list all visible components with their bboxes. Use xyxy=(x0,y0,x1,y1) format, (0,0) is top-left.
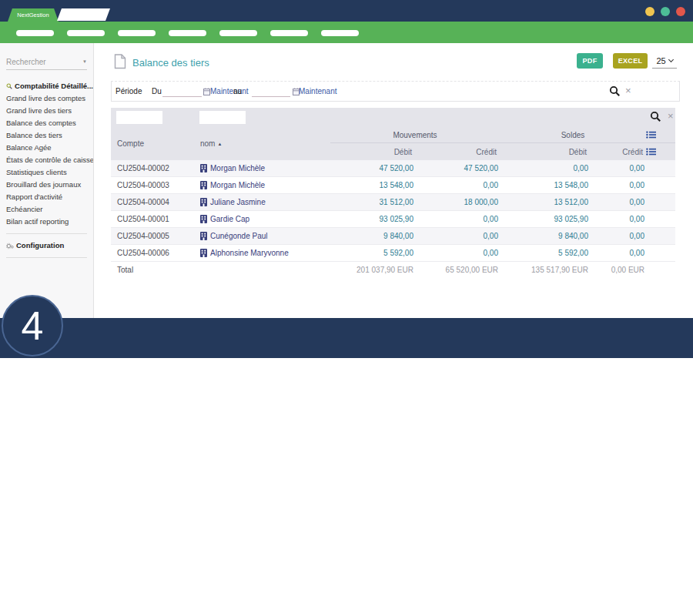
green-dot-icon[interactable] xyxy=(661,7,670,16)
excel-export-button[interactable]: EXCEL xyxy=(613,53,648,69)
nom-link[interactable]: Cunégonde Paul xyxy=(210,228,268,244)
table-row[interactable]: CU2504-00004 Juliane Jasmine 31 512,00 1… xyxy=(111,194,675,211)
cell-mvt-debit: 47 520,00 xyxy=(330,160,415,176)
sidebar-item[interactable]: Rapport d'activité xyxy=(0,191,93,203)
main-nav-bar xyxy=(0,22,693,43)
sidebar-item[interactable]: Statistiques clients xyxy=(0,166,93,179)
search-icon[interactable] xyxy=(609,85,621,97)
total-icon-spacer xyxy=(646,262,675,279)
table-row[interactable]: CU2504-00002 Morgan Michèle 47 520,00 47… xyxy=(111,160,675,177)
page-size-select[interactable]: 25 xyxy=(652,53,677,69)
nom-link[interactable]: Juliane Jasmine xyxy=(210,194,266,210)
sidebar-item[interactable]: Balance des comptes xyxy=(0,117,93,129)
brand-logo[interactable]: NextGestion xyxy=(8,8,59,22)
brand-slab-decoration xyxy=(57,8,110,21)
pdf-export-button[interactable]: PDF xyxy=(577,53,603,69)
column-header-nom[interactable]: nom ▲ xyxy=(200,127,222,160)
nom-link[interactable]: Morgan Michèle xyxy=(210,177,265,193)
cell-mvt-debit: 5 592,00 xyxy=(330,245,415,261)
table-header: × Compte nom ▲ Mouvements Soldes xyxy=(111,108,675,160)
subheader-solde-credit[interactable]: Crédit xyxy=(590,148,646,156)
compte-filter-input[interactable] xyxy=(116,111,162,124)
cell-actions xyxy=(646,160,675,176)
subheader-mvt-credit[interactable]: Crédit xyxy=(415,148,500,156)
sidebar-item-configuration[interactable]: Configuration xyxy=(0,239,93,252)
nav-pill-placeholder[interactable] xyxy=(16,30,54,36)
nav-pill-placeholder[interactable] xyxy=(321,30,359,36)
building-icon xyxy=(200,215,207,223)
to-label: au xyxy=(233,87,242,95)
cell-actions xyxy=(646,177,675,193)
content-area: Rechercher ▼ Comptabilité Détaillé... Gr… xyxy=(0,43,693,318)
table-row[interactable]: CU2504-00003 Morgan Michèle 13 548,00 0,… xyxy=(111,177,675,194)
cell-solde-debit: 9 840,00 xyxy=(500,228,590,244)
cell-nom[interactable]: Gardie Cap xyxy=(196,211,330,227)
sidebar-search-select[interactable]: Rechercher ▼ xyxy=(6,54,87,70)
sidebar-item[interactable]: Echéancier xyxy=(0,203,93,216)
group-header-soldes: Soldes xyxy=(500,131,646,139)
cell-nom[interactable]: Juliane Jasmine xyxy=(196,194,330,210)
table-row[interactable]: CU2504-00006 Alphonsine Maryvonne 5 592,… xyxy=(111,245,675,262)
total-row: Total 201 037,90 EUR 65 520,00 EUR 135 5… xyxy=(111,262,675,279)
group-header-mouvements: Mouvements xyxy=(330,131,500,139)
nav-pill-placeholder[interactable] xyxy=(270,30,308,36)
nom-link[interactable]: Morgan Michèle xyxy=(210,160,265,176)
sidebar-section-comptabilite[interactable]: Comptabilité Détaillé... xyxy=(0,80,93,92)
nav-pills xyxy=(16,30,359,36)
clear-filter-icon[interactable]: × xyxy=(625,85,631,96)
nav-pill-placeholder[interactable] xyxy=(67,30,105,36)
cell-solde-credit: 0,00 xyxy=(590,160,646,176)
nom-filter-input[interactable] xyxy=(199,111,246,124)
sidebar-item[interactable]: Balance Agée xyxy=(0,142,93,154)
step-number-badge: 4 xyxy=(2,295,63,357)
cell-actions xyxy=(646,194,675,210)
page-title: Balance des tiers xyxy=(132,57,209,69)
divider xyxy=(6,233,87,234)
calendar-icon[interactable] xyxy=(203,88,210,95)
table-row[interactable]: CU2504-00001 Gardie Cap 93 025,90 0,00 9… xyxy=(111,211,675,228)
building-icon xyxy=(200,198,207,206)
cell-solde-debit: 13 512,00 xyxy=(500,194,590,210)
date-to-input[interactable] xyxy=(252,85,290,97)
cell-nom[interactable]: Cunégonde Paul xyxy=(196,228,330,244)
yellow-dot-icon[interactable] xyxy=(645,7,654,16)
subheader-solde-debit[interactable]: Débit xyxy=(500,148,590,156)
cell-solde-credit: 0,00 xyxy=(590,177,646,193)
sidebar-item[interactable]: Grand livre des comptes xyxy=(0,92,93,105)
cell-compte: CU2504-00003 xyxy=(111,177,196,193)
cell-solde-credit: 0,00 xyxy=(590,211,646,227)
list-icon[interactable] xyxy=(646,131,656,139)
cell-nom[interactable]: Morgan Michèle xyxy=(196,160,330,176)
clear-filter-icon[interactable]: × xyxy=(668,110,674,122)
nav-pill-placeholder[interactable] xyxy=(169,30,206,36)
nom-link[interactable]: Alphonsine Maryvonne xyxy=(210,245,289,261)
sidebar-item[interactable]: Balance des tiers xyxy=(0,129,93,142)
table-row[interactable]: CU2504-00005 Cunégonde Paul 9 840,00 0,0… xyxy=(111,228,675,245)
search-icon[interactable] xyxy=(650,111,661,122)
sidebar-item[interactable]: États de contrôle de caisse xyxy=(0,154,93,166)
column-header-compte[interactable]: Compte xyxy=(117,127,144,160)
app-window: NextGestion Rechercher ▼ Co xyxy=(0,0,693,358)
column-filter-row: × xyxy=(111,108,675,127)
nom-link[interactable]: Gardie Cap xyxy=(210,211,249,227)
to-now-link[interactable]: Maintenant xyxy=(299,87,336,95)
nav-pill-placeholder[interactable] xyxy=(219,30,257,36)
cell-nom[interactable]: Alphonsine Maryvonne xyxy=(196,245,330,261)
main-panel: Balance des tiers PDF EXCEL 25 Période D… xyxy=(94,43,693,318)
from-now-link[interactable]: Maintenant xyxy=(210,87,248,95)
cell-solde-credit: 0,00 xyxy=(590,228,646,244)
red-dot-icon[interactable] xyxy=(676,7,685,16)
cell-solde-credit: 0,00 xyxy=(590,194,646,210)
date-from-input[interactable] xyxy=(162,85,202,97)
cell-compte: CU2504-00001 xyxy=(111,211,196,227)
sidebar-item[interactable]: Brouillard des journaux xyxy=(0,179,93,191)
total-mvt-debit: 201 037,90 EUR xyxy=(330,262,415,279)
cell-compte: CU2504-00005 xyxy=(111,228,196,244)
sidebar-item[interactable]: Bilan actif reporting xyxy=(0,216,93,228)
subheader-mvt-debit[interactable]: Débit xyxy=(330,148,415,156)
cell-solde-credit: 0,00 xyxy=(590,245,646,261)
sidebar-item[interactable]: Grand livre des tiers xyxy=(0,105,93,117)
nav-pill-placeholder[interactable] xyxy=(118,30,156,36)
cell-nom[interactable]: Morgan Michèle xyxy=(196,177,330,193)
list-icon[interactable] xyxy=(646,148,656,156)
